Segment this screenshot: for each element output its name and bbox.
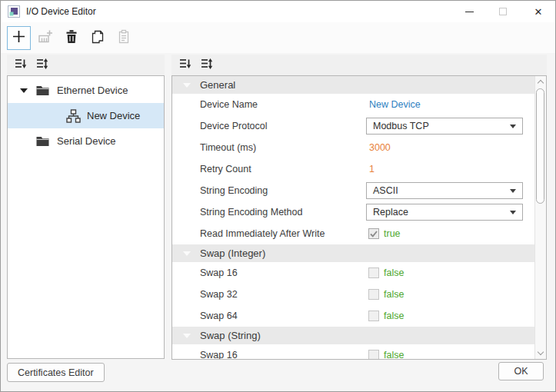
property-label: String Encoding Method (200, 207, 302, 218)
device-protocol-dropdown[interactable]: Modbus TCP (366, 118, 523, 135)
scrollbar-thumb[interactable] (536, 88, 544, 204)
property-row-swap16-str: Swap 16 false (172, 344, 534, 359)
trash-icon (64, 29, 79, 47)
property-row-swap32-int: Swap 32 false (172, 284, 534, 305)
window-title: I/O Device Editor (26, 6, 96, 17)
section-header-swap-integer[interactable]: Swap (Integer) (172, 244, 534, 262)
minimize-icon (465, 12, 474, 12)
checkbox-value: true (384, 228, 401, 239)
minimize-button[interactable] (458, 1, 481, 22)
tree-item-ethernet-device[interactable]: Ethernet Device (8, 78, 164, 103)
collapse-all-button[interactable] (13, 58, 28, 72)
swap16-string-checkbox[interactable] (368, 350, 379, 359)
section-title: General (200, 79, 235, 91)
collapse-all-icon (179, 58, 191, 72)
maximize-button (491, 1, 514, 22)
device-tree-panel: Ethernet Device New Device (7, 55, 165, 359)
dropdown-selected-value: Modbus TCP (373, 121, 429, 131)
copy-icon (90, 29, 105, 47)
string-encoding-dropdown[interactable]: ASCII (366, 182, 523, 199)
maximize-icon (499, 8, 507, 15)
expand-all-sections-button[interactable] (199, 58, 214, 72)
swap64-checkbox[interactable] (368, 311, 379, 321)
property-label: Device Name (200, 99, 258, 110)
close-button[interactable]: ✕ (527, 1, 550, 22)
swap32-checkbox[interactable] (368, 289, 379, 300)
add-device-group-icon (37, 28, 54, 48)
property-scroll-area: General Device Name New Device Device Pr… (172, 76, 534, 359)
certificates-editor-button[interactable]: Certificates Editor (7, 363, 105, 382)
dropdown-selected-value: Replace (373, 207, 408, 218)
checkbox-value: false (384, 350, 404, 359)
section-title: Swap (Integer) (200, 247, 265, 259)
expander-triangle-icon[interactable] (20, 88, 28, 93)
property-row-read-immediately: Read Immediately After Write true (172, 223, 534, 244)
vertical-scrollbar[interactable] (534, 76, 546, 359)
property-row-timeout: Timeout (ms) 3000 (172, 137, 534, 158)
collapse-triangle-icon (183, 251, 191, 256)
scroll-down-button[interactable] (535, 348, 546, 359)
property-row-device-protocol: Device Protocol Modbus TCP (172, 115, 534, 137)
section-header-swap-string[interactable]: Swap (String) (172, 327, 534, 344)
property-label: Swap 16 (200, 350, 238, 359)
property-label: Timeout (ms) (200, 142, 256, 153)
tree-item-serial-device[interactable]: Serial Device (8, 128, 164, 154)
folder-icon (36, 135, 49, 147)
string-encoding-method-dropdown[interactable]: Replace (366, 204, 523, 221)
folder-icon (36, 85, 49, 96)
ok-button[interactable]: OK (498, 362, 544, 380)
property-label: Swap 16 (200, 267, 238, 278)
tree-item-label: Serial Device (57, 135, 116, 147)
property-row-string-encoding: String Encoding ASCII (172, 180, 534, 201)
titlebar: I/O Device Editor ✕ (1, 1, 555, 22)
plus-icon (11, 28, 27, 47)
add-device-button[interactable] (7, 26, 31, 50)
chevron-down-icon (510, 211, 516, 214)
property-panel-toolbar (171, 55, 547, 75)
device-name-value[interactable]: New Device (369, 99, 421, 110)
chevron-up-icon (538, 80, 544, 86)
timeout-value[interactable]: 3000 (369, 142, 391, 153)
expand-all-button[interactable] (35, 58, 49, 72)
scroll-up-button[interactable] (535, 76, 546, 87)
chevron-down-icon (510, 125, 516, 128)
collapse-triangle-icon (183, 334, 191, 338)
property-panel: General Device Name New Device Device Pr… (171, 55, 547, 360)
app-icon (8, 5, 20, 18)
property-row-swap64-int: Swap 64 false (172, 305, 534, 327)
section-title: Swap (String) (200, 330, 261, 341)
collapse-all-sections-button[interactable] (178, 58, 192, 72)
section-header-general[interactable]: General (172, 76, 534, 94)
tree-panel-toolbar (7, 55, 165, 75)
retry-count-value[interactable]: 1 (369, 164, 375, 174)
property-row-device-name: Device Name New Device (172, 94, 534, 115)
property-label: Swap 32 (200, 289, 238, 300)
property-label: Device Protocol (200, 121, 268, 131)
chevron-down-icon (510, 189, 516, 193)
tree-item-label: Ethernet Device (57, 85, 128, 96)
expand-all-icon (201, 58, 213, 72)
property-label: Swap 64 (200, 311, 238, 321)
paste-device-button (112, 26, 135, 50)
collapse-all-icon (15, 58, 27, 72)
network-device-icon (66, 109, 81, 123)
expand-all-icon (36, 58, 48, 72)
swap16-checkbox[interactable] (368, 267, 379, 278)
property-row-retry-count: Retry Count 1 (172, 158, 534, 180)
property-row-string-encoding-method: String Encoding Method Replace (172, 201, 534, 223)
property-grid: General Device Name New Device Device Pr… (171, 75, 547, 360)
collapse-triangle-icon (183, 83, 191, 88)
checkbox-value: false (384, 311, 404, 321)
property-label: Read Immediately After Write (200, 228, 325, 239)
checkbox-value: false (384, 289, 404, 300)
close-icon: ✕ (534, 6, 543, 18)
checkbox-value: false (384, 267, 404, 278)
io-device-editor-window: I/O Device Editor ✕ (0, 0, 556, 392)
property-label: String Encoding (200, 185, 268, 196)
property-label: Retry Count (200, 164, 251, 174)
tree-item-new-device[interactable]: New Device (8, 103, 164, 128)
read-immediately-checkbox[interactable] (368, 228, 379, 239)
copy-device-button[interactable] (85, 26, 109, 50)
add-device-group-button (33, 26, 57, 50)
delete-device-button[interactable] (59, 26, 83, 50)
